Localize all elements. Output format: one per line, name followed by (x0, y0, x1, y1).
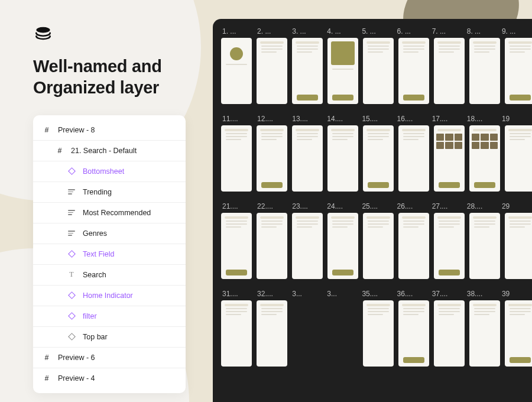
layer-item[interactable]: Trending (33, 183, 186, 201)
thumbnail-row-labels: 21....22....23....24....25....26....27..… (221, 202, 532, 210)
layer-label: filter (83, 312, 97, 320)
layer-panel: Preview - 8 21. Search - Default Bottoms… (33, 115, 186, 393)
screen-thumbnail[interactable] (469, 300, 500, 367)
thumbnail-label: 39 (502, 290, 532, 298)
thumbnail-label: 37.... (432, 290, 462, 298)
thumbnail-label: 32.... (257, 290, 287, 298)
layer-label: 21. Search - Default (71, 147, 137, 155)
screen-thumbnail[interactable] (221, 213, 252, 279)
screen-thumbnail[interactable] (292, 213, 323, 279)
frame-icon (43, 126, 51, 134)
screen-thumbnail[interactable] (257, 213, 287, 279)
layer-label: Genres (83, 229, 107, 238)
text-block-icon (67, 188, 76, 196)
layer-item[interactable]: Most Recommended (33, 204, 186, 222)
layer-label: Trending (83, 188, 112, 196)
layer-item[interactable]: filter (33, 307, 186, 325)
thumbnail-label: 23.... (292, 202, 322, 210)
screen-thumbnail[interactable] (469, 125, 500, 192)
screen-thumbnail[interactable] (292, 300, 323, 367)
thumbnail-label: 1. ... (222, 27, 252, 35)
thumbnail-label: 31.... (222, 290, 252, 298)
thumbnail-label: 4. ... (327, 27, 357, 35)
thumbnail-label: 26.... (397, 202, 427, 210)
screen-thumbnail[interactable] (434, 38, 465, 104)
screen-thumbnail[interactable] (327, 125, 358, 192)
screen-thumbnail[interactable] (363, 300, 394, 367)
thumbnail-label: 22.... (257, 202, 287, 210)
screen-thumbnail[interactable] (221, 125, 252, 192)
thumbnail-row (221, 38, 532, 104)
thumbnail-label: 35.... (362, 290, 392, 298)
thumbnail-label: 8. ... (467, 27, 497, 35)
screen-thumbnail[interactable] (327, 213, 358, 279)
layer-label: Text Field (83, 250, 115, 258)
thumbnail-label: 12.... (257, 115, 287, 123)
layer-item[interactable]: Genres (33, 225, 186, 242)
screen-thumbnail[interactable] (363, 213, 394, 279)
component-icon (67, 167, 76, 176)
layer-label: Bottomsheet (83, 167, 124, 176)
layer-frame-search-default[interactable]: 21. Search - Default (33, 142, 186, 160)
screen-thumbnail[interactable] (398, 213, 429, 279)
layer-item[interactable]: Bottomsheet (33, 163, 186, 180)
screen-thumbnail[interactable] (221, 300, 252, 367)
svg-point-0 (36, 27, 50, 33)
thumbnail-label: 2. ... (257, 27, 287, 35)
thumbnail-label: 15.... (362, 115, 392, 123)
frame-icon (56, 147, 64, 155)
screen-thumbnail[interactable] (221, 38, 252, 104)
thumbnail-label: 24.... (327, 202, 357, 210)
thumbnail-label: 6. ... (397, 27, 427, 35)
screen-thumbnail[interactable] (292, 125, 323, 192)
layer-label: Preview - 8 (58, 126, 95, 134)
thumbnail-label: 5. ... (362, 27, 392, 35)
layer-item[interactable]: Home Indicator (33, 287, 186, 304)
thumbnail-label: 38.... (467, 290, 497, 298)
layer-item[interactable]: Top bar (33, 328, 186, 346)
screen-thumbnail[interactable] (257, 38, 287, 104)
screen-thumbnail[interactable] (434, 300, 465, 367)
thumbnail-label: 18.... (467, 115, 497, 123)
screen-thumbnail[interactable] (398, 38, 429, 104)
thumbnail-label: 29 (502, 202, 532, 210)
thumbnail-label: 13.... (292, 115, 322, 123)
screen-thumbnail[interactable] (257, 300, 287, 367)
thumbnail-row-labels: 1. ...2. ...3. ...4. ...5. ...6. ...7. .… (221, 27, 532, 35)
component-icon (67, 250, 76, 258)
screen-thumbnail[interactable] (505, 213, 532, 279)
layer-frame-preview-6[interactable]: Preview - 6 (33, 349, 186, 367)
thumbnail-label: 3... (327, 290, 357, 298)
layer-frame-preview-8[interactable]: Preview - 8 (33, 121, 186, 139)
screen-thumbnail[interactable] (398, 125, 429, 192)
stack-icon (33, 24, 53, 44)
layer-label: Preview - 4 (58, 374, 95, 382)
screen-thumbnail[interactable] (257, 125, 287, 192)
layer-frame-preview-4[interactable]: Preview - 4 (33, 369, 186, 387)
text-block-icon (67, 209, 76, 217)
screen-thumbnail[interactable] (469, 213, 500, 279)
screen-thumbnail[interactable] (469, 38, 500, 104)
screen-thumbnail[interactable] (292, 38, 323, 104)
component-icon (67, 291, 76, 300)
screen-thumbnail[interactable] (505, 125, 532, 192)
screen-thumbnail[interactable] (505, 300, 532, 367)
screen-thumbnail[interactable] (434, 213, 465, 279)
thumbnail-label: 11.... (222, 115, 252, 123)
screen-thumbnail[interactable] (363, 38, 394, 104)
screen-thumbnail[interactable] (363, 125, 394, 192)
screen-thumbnail[interactable] (434, 125, 465, 192)
layer-item[interactable]: Text Field (33, 245, 186, 263)
frame-icon (43, 374, 51, 382)
thumbnail-label: 27.... (432, 202, 462, 210)
layer-label: Most Recommended (83, 209, 151, 217)
screen-thumbnail[interactable] (398, 300, 429, 367)
thumbnail-label: 21.... (222, 202, 252, 210)
thumbnail-label: 17.... (432, 115, 462, 123)
screen-thumbnail[interactable] (327, 38, 358, 104)
component-icon (67, 333, 76, 341)
thumbnail-label: 9. ... (502, 27, 532, 35)
screen-thumbnail[interactable] (327, 300, 358, 367)
screen-thumbnail[interactable] (505, 38, 532, 104)
layer-item[interactable]: TSearch (33, 266, 186, 284)
